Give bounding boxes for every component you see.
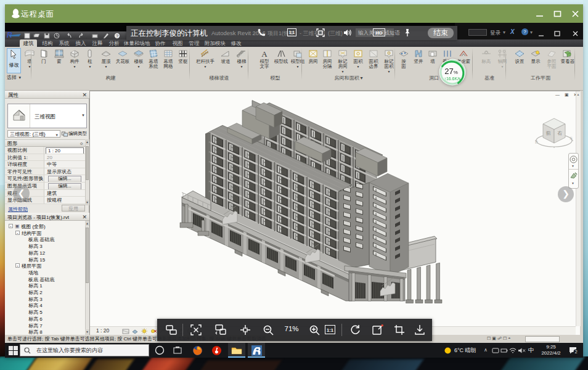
svg-text:?: ? xyxy=(116,33,119,39)
svg-text:东: 东 xyxy=(570,136,573,140)
svg-text:前: 前 xyxy=(545,130,551,136)
svg-text:A: A xyxy=(261,49,267,59)
svg-text:2: 2 xyxy=(574,349,577,355)
svg-text:右: 右 xyxy=(557,130,563,136)
svg-text:↑16.6K/s: ↑16.6K/s xyxy=(444,76,461,81)
svg-text:西: 西 xyxy=(535,140,538,144)
